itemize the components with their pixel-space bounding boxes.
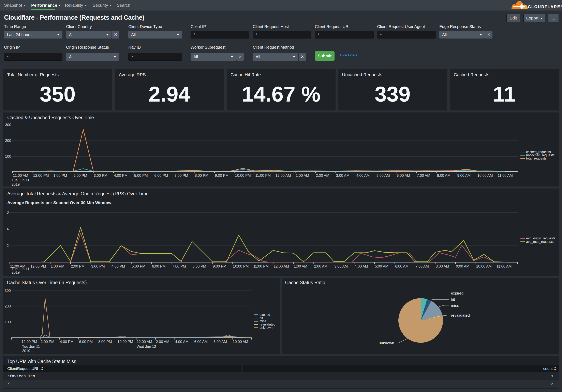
svg-text:4:00 AM: 4:00 AM [356, 173, 370, 178]
svg-text:2:00 AM: 2:00 AM [156, 340, 169, 344]
svg-text:revalidated: revalidated [259, 323, 275, 326]
svg-text:12:00 AM: 12:00 AM [273, 264, 289, 268]
svg-text:10:00 AM: 10:00 AM [233, 340, 248, 344]
svg-text:200: 200 [5, 139, 11, 143]
svg-text:11:00 AM: 11:00 AM [498, 173, 513, 178]
svg-text:6: 6 [7, 210, 9, 214]
svg-text:4:00 PM: 4:00 PM [60, 340, 73, 344]
svg-text:hit: hit [259, 316, 263, 320]
svg-text:5:00 AM: 5:00 AM [375, 264, 388, 268]
svg-text:10:00 PM: 10:00 PM [233, 264, 249, 268]
svg-text:hit: hit [451, 297, 455, 302]
svg-text:avg_total_requests: avg_total_requests [526, 240, 553, 244]
svg-text:1:00 PM: 1:00 PM [51, 264, 64, 268]
svg-text:miss: miss [451, 303, 459, 308]
svg-text:6:00 PM: 6:00 PM [152, 264, 166, 268]
svg-text:8:00 AM: 8:00 AM [436, 264, 449, 268]
svg-text:miss: miss [259, 319, 266, 323]
svg-text:10:00 AM: 10:00 AM [476, 264, 492, 268]
svg-text:100: 100 [5, 154, 11, 159]
svg-text:6:00 PM: 6:00 PM [79, 340, 93, 344]
svg-text:1:00 AM: 1:00 AM [296, 173, 309, 178]
svg-text:expired: expired [259, 313, 270, 316]
svg-text:2:00 AM: 2:00 AM [314, 264, 328, 268]
svg-text:7:00 AM: 7:00 AM [417, 173, 430, 178]
svg-text:7:00 AM: 7:00 AM [415, 264, 429, 268]
svg-text:10:00 PM: 10:00 PM [235, 173, 251, 178]
svg-text:4: 4 [7, 227, 9, 231]
svg-text:7:00 PM: 7:00 PM [175, 173, 188, 178]
svg-text:3:00 AM: 3:00 AM [336, 173, 350, 178]
svg-text:unknown: unknown [259, 326, 272, 329]
svg-text:6:00 PM: 6:00 PM [154, 173, 168, 178]
svg-text:3:00 AM: 3:00 AM [334, 264, 348, 268]
svg-text:12:00 AM: 12:00 AM [137, 340, 152, 344]
svg-text:Tue Jun 11: Tue Jun 11 [12, 178, 29, 182]
svg-text:6:00 AM: 6:00 AM [397, 173, 410, 178]
svg-text:4:00 PM: 4:00 PM [114, 173, 128, 178]
svg-text:2019: 2019 [12, 270, 20, 275]
svg-text:9:00 AM: 9:00 AM [456, 264, 469, 268]
svg-text:5:00 AM: 5:00 AM [376, 173, 390, 178]
svg-text:2:00 PM: 2:00 PM [71, 264, 84, 268]
svg-text:11:00 PM: 11:00 PM [255, 173, 271, 178]
svg-text:9:00 PM: 9:00 PM [215, 173, 228, 178]
svg-text:12:00 PM: 12:00 PM [33, 173, 49, 178]
svg-text:8:00 AM: 8:00 AM [437, 173, 450, 178]
svg-text:10:00 AM: 10:00 AM [478, 173, 493, 178]
svg-text:300: 300 [5, 289, 11, 293]
svg-text:10:00 PM: 10:00 PM [117, 340, 133, 344]
svg-text:12:00 AM: 12:00 AM [276, 173, 291, 178]
svg-text:300: 300 [5, 123, 11, 127]
svg-text:11:00 AM: 11:00 AM [496, 264, 512, 268]
svg-text:6:00 AM: 6:00 AM [194, 340, 208, 344]
svg-text:total_requests: total_requests [526, 157, 547, 160]
svg-text:200: 200 [5, 304, 11, 308]
svg-text:2019: 2019 [22, 349, 30, 353]
svg-text:revalidated: revalidated [451, 313, 470, 317]
svg-text:avg_origin_requests: avg_origin_requests [526, 237, 555, 240]
svg-text:5:00 PM: 5:00 PM [134, 173, 148, 178]
svg-text:1:00 AM: 1:00 AM [294, 264, 307, 268]
svg-text:5:00 PM: 5:00 PM [132, 264, 145, 268]
svg-text:6:00 AM: 6:00 AM [395, 264, 409, 268]
svg-text:7:00 PM: 7:00 PM [172, 264, 186, 268]
svg-text:9:00 PM: 9:00 PM [213, 264, 226, 268]
svg-text:4:00 AM: 4:00 AM [355, 264, 368, 268]
svg-text:8:00 AM: 8:00 AM [213, 340, 227, 344]
svg-text:12:00 PM: 12:00 PM [30, 264, 46, 268]
svg-text:2: 2 [7, 244, 9, 248]
svg-text:Tue Jun 11: Tue Jun 11 [22, 345, 40, 349]
svg-text:11:00 AM: 11:00 AM [13, 173, 28, 178]
svg-text:4:00 AM: 4:00 AM [175, 340, 188, 344]
svg-text:3:00 PM: 3:00 PM [94, 173, 107, 178]
svg-text:100: 100 [5, 320, 11, 324]
svg-text:9:00 AM: 9:00 AM [457, 173, 470, 178]
svg-text:8:00 PM: 8:00 PM [98, 340, 112, 344]
svg-text:8:00 PM: 8:00 PM [195, 173, 208, 178]
svg-text:2:00 PM: 2:00 PM [74, 173, 87, 178]
svg-text:3:00 PM: 3:00 PM [91, 264, 105, 268]
svg-text:12:00 PM: 12:00 PM [22, 340, 37, 344]
svg-text:2019: 2019 [12, 183, 20, 186]
svg-text:Wed Jun 12: Wed Jun 12 [137, 345, 156, 349]
svg-text:11:00 PM: 11:00 PM [253, 264, 269, 268]
svg-text:expired: expired [451, 291, 463, 295]
svg-text:2:00 AM: 2:00 AM [316, 173, 329, 178]
svg-text:4:00 PM: 4:00 PM [112, 264, 125, 268]
svg-text:unknown: unknown [379, 341, 394, 345]
svg-text:8:00 PM: 8:00 PM [193, 264, 206, 268]
svg-text:1:00 PM: 1:00 PM [53, 173, 67, 178]
svg-text:2:00 PM: 2:00 PM [41, 340, 54, 344]
